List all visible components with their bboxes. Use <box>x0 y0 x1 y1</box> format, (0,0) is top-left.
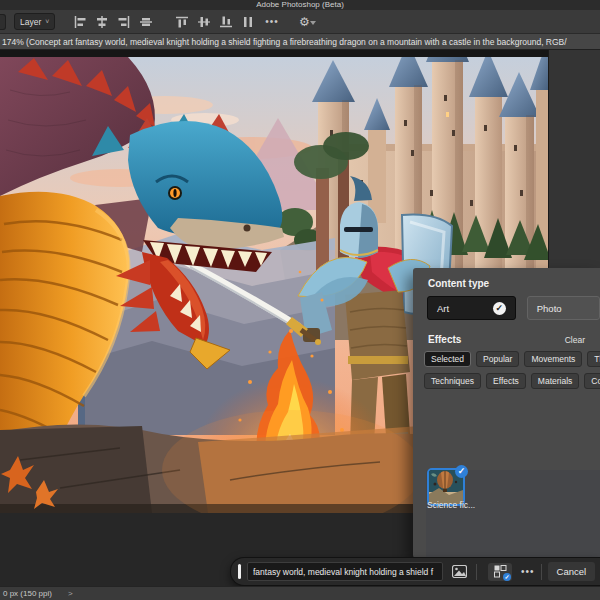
check-icon: ✓ <box>493 302 506 315</box>
chip-themes[interactable]: Themes <box>587 351 600 367</box>
align-horizontal-centers-icon[interactable] <box>94 14 110 30</box>
effects-panel: Content type Art ✓ Photo Effects Clear S… <box>413 268 600 558</box>
effects-heading: Effects <box>413 334 461 345</box>
contextual-task-bar: ✓ ••• Cancel Generate <box>230 557 600 586</box>
cropped-control-fragment <box>0 14 6 30</box>
generation-settings-icon[interactable]: ✓ <box>488 563 512 581</box>
reference-image-icon[interactable] <box>448 563 470 581</box>
chip-popular[interactable]: Popular <box>476 351 519 367</box>
document-tab-bar[interactable]: 174% (Concept art fantasy world, medieva… <box>0 34 600 50</box>
layer-select-dropdown[interactable]: Layer ˅ <box>14 13 55 30</box>
content-type-heading: Content type <box>413 268 600 289</box>
taskbar-drag-handle[interactable] <box>238 564 241 579</box>
art-label: Art <box>437 303 449 314</box>
chip-selected[interactable]: Selected <box>424 351 471 367</box>
settings-check-badge: ✓ <box>503 573 511 581</box>
effects-clear-button[interactable]: Clear <box>565 335 585 345</box>
chevron-down-icon: ˅ <box>45 18 49 25</box>
gear-icon[interactable]: ⚙ <box>299 16 310 28</box>
thumbnail-check-icon: ✓ <box>455 465 468 478</box>
align-left-edges-icon[interactable] <box>72 14 88 30</box>
content-type-photo-button[interactable]: Photo <box>527 296 600 320</box>
distribute-vertical-centers-icon[interactable] <box>196 14 212 30</box>
more-options-icon[interactable]: ••• <box>265 16 279 27</box>
chip-effects[interactable]: Effects <box>486 373 526 389</box>
chip-techniques[interactable]: Techniques <box>424 373 481 389</box>
distribute-top-edges-icon[interactable] <box>174 14 190 30</box>
status-chevron-icon[interactable]: > <box>68 587 73 600</box>
options-toolbar: Layer ˅ ••• ⚙ <box>0 10 600 34</box>
cancel-button[interactable]: Cancel <box>548 562 596 581</box>
taskbar-more-options-icon[interactable]: ••• <box>521 566 535 577</box>
distribute-horizontal-space-icon[interactable] <box>240 14 256 30</box>
effects-chip-row-1: Selected Popular Movements Themes <box>424 351 600 367</box>
align-top-edges-icon[interactable] <box>138 14 154 30</box>
style-thumbnail-label: Science fic... <box>427 500 475 510</box>
effects-chip-row-2: Techniques Effects Materials Concepts <box>424 373 600 389</box>
photoshop-window: Adobe Photoshop (Beta) Layer ˅ <box>0 0 600 600</box>
chip-movements[interactable]: Movements <box>524 351 582 367</box>
canvas-margin <box>0 50 548 57</box>
distribute-bottom-edges-icon[interactable] <box>218 14 234 30</box>
app-title: Adobe Photoshop (Beta) <box>256 0 344 9</box>
layer-select-label: Layer <box>20 17 41 27</box>
align-right-edges-icon[interactable] <box>116 14 132 30</box>
chip-materials[interactable]: Materials <box>531 373 579 389</box>
status-bar: 0 px (150 ppi) > <box>0 586 600 600</box>
content-type-art-button[interactable]: Art ✓ <box>427 296 516 320</box>
document-info: 0 px (150 ppi) <box>0 587 52 600</box>
photo-label: Photo <box>537 303 562 314</box>
divider <box>476 564 477 580</box>
title-bar: Adobe Photoshop (Beta) <box>0 0 600 10</box>
chip-concepts[interactable]: Concepts <box>584 373 600 389</box>
prompt-input[interactable] <box>247 562 443 581</box>
divider <box>541 564 542 580</box>
document-title: 174% (Concept art fantasy world, medieva… <box>2 37 567 47</box>
